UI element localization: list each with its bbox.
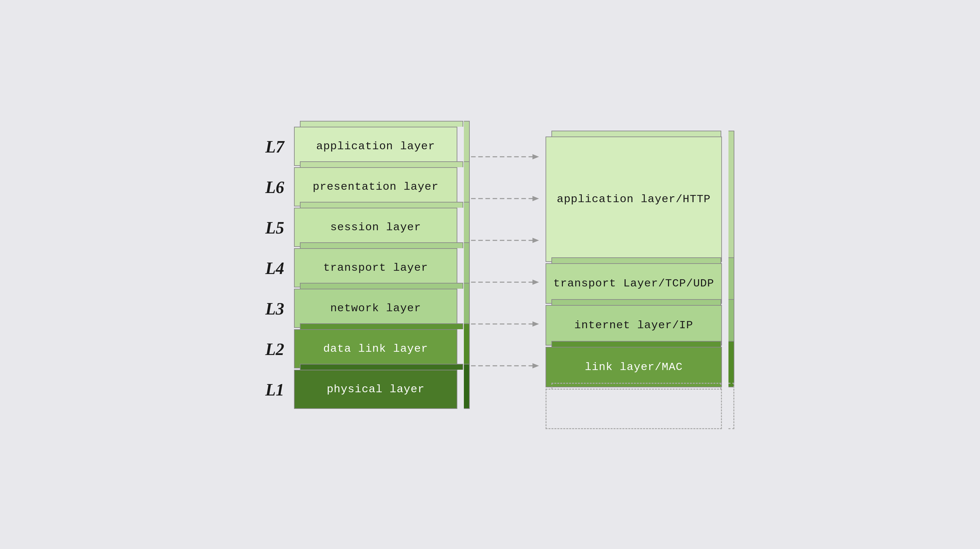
connector-l4 [464, 262, 546, 302]
layer-label-l2: L2 [251, 340, 294, 359]
right-box-top-link [551, 341, 721, 347]
box-front-l5: session layer [294, 208, 457, 247]
svg-marker-7 [533, 280, 539, 285]
svg-marker-3 [533, 196, 539, 201]
layer-label-l3: L3 [251, 299, 294, 318]
svg-marker-9 [533, 321, 539, 326]
right-box-top-inet [551, 299, 721, 305]
box-front-l3: network layer [294, 289, 457, 328]
box-top-l6 [300, 161, 463, 167]
box-label-l2: data link layer [323, 342, 428, 355]
box-label-l5: session layer [330, 221, 421, 234]
box-l7: application layer [294, 127, 464, 166]
box-right-l6 [464, 161, 470, 207]
svg-marker-11 [533, 363, 539, 368]
box-right-l7 [464, 121, 470, 166]
right-dashed-box [546, 389, 729, 429]
dashed-box-right [729, 383, 734, 429]
right-box-top-trans [551, 257, 721, 263]
box-top-l5 [300, 202, 463, 208]
box-label-l4: transport layer [323, 262, 428, 274]
arrow-l4 [464, 276, 542, 289]
box-front-l6: presentation layer [294, 167, 457, 207]
arrow-l7 [464, 150, 542, 163]
box-right-l3 [464, 283, 470, 328]
right-box-front-app: application layer/HTTP [546, 137, 722, 262]
box-front-l4: transport layer [294, 248, 457, 287]
box-right-l4 [464, 242, 470, 287]
right-box-right-trans [729, 257, 734, 304]
layer-label-l5: L5 [251, 218, 294, 237]
connector-l3 [464, 304, 546, 344]
box-l4: transport layer [294, 248, 464, 287]
connector-l6 [464, 178, 546, 219]
right-box-front-link: link layer/MAC [546, 347, 722, 387]
box-front-l2: data link layer [294, 329, 457, 368]
connectors-area [464, 127, 546, 429]
right-label-link: link layer/MAC [585, 361, 683, 373]
box-right-l1 [464, 364, 470, 409]
box-top-l2 [300, 323, 463, 329]
osi-stack: L7 application layer L6 presentation lay… [251, 127, 464, 410]
box-l2: data link layer [294, 329, 464, 368]
connector-l1 [464, 387, 546, 428]
connector-l7 [464, 137, 546, 177]
box-label-l1: physical layer [327, 383, 425, 396]
dashed-box-front [546, 389, 722, 429]
box-front-l1: physical layer [294, 370, 457, 409]
box-label-l7: application layer [316, 140, 435, 153]
box-top-l4 [300, 242, 463, 248]
arrow-l2 [464, 359, 542, 372]
layer-label-l1: L1 [251, 380, 294, 399]
box-right-l5 [464, 202, 470, 247]
layer-label-l4: L4 [251, 259, 294, 278]
box-right-l2 [464, 323, 470, 368]
layer-row-l1: L1 physical layer [251, 370, 464, 410]
right-box-right-app [729, 130, 734, 262]
right-box-front-inet: internet layer/IP [546, 305, 722, 345]
layer-label-l6: L6 [251, 178, 294, 197]
box-label-l3: network layer [330, 302, 421, 315]
box-top-l3 [300, 283, 463, 289]
box-top-l7 [300, 121, 463, 127]
right-box-inet: internet layer/IP [546, 305, 729, 345]
connector-l5 [464, 220, 546, 261]
svg-marker-5 [533, 238, 539, 243]
tcpip-stack: application layer/HTTP transport Layer/T… [546, 127, 729, 429]
arrow-l5 [464, 234, 542, 247]
right-box-app: application layer/HTTP [546, 137, 729, 262]
layer-label-l7: L7 [251, 137, 294, 156]
box-l1: physical layer [294, 370, 464, 409]
connector-l2 [464, 345, 546, 386]
box-l3: network layer [294, 289, 464, 328]
dashed-box-top [551, 383, 721, 389]
right-box-link: link layer/MAC [546, 347, 729, 387]
right-label-inet: internet layer/IP [574, 319, 693, 331]
right-box-top-app [551, 130, 721, 137]
box-label-l6: presentation layer [313, 181, 438, 193]
right-box-trans: transport Layer/TCP/UDP [546, 263, 729, 304]
box-top-l1 [300, 364, 463, 370]
arrow-l6 [464, 192, 542, 205]
right-box-front-trans: transport Layer/TCP/UDP [546, 263, 722, 304]
right-label-app: application layer/HTTP [557, 193, 711, 205]
svg-marker-1 [533, 154, 539, 159]
right-box-right-link [729, 341, 734, 387]
arrow-l3 [464, 317, 542, 331]
box-l6: presentation layer [294, 167, 464, 207]
box-front-l7: application layer [294, 127, 457, 166]
right-label-trans: transport Layer/TCP/UDP [554, 277, 714, 290]
right-box-right-inet [729, 299, 734, 345]
diagram: L7 application layer L6 presentation lay… [251, 127, 729, 429]
box-l5: session layer [294, 208, 464, 247]
